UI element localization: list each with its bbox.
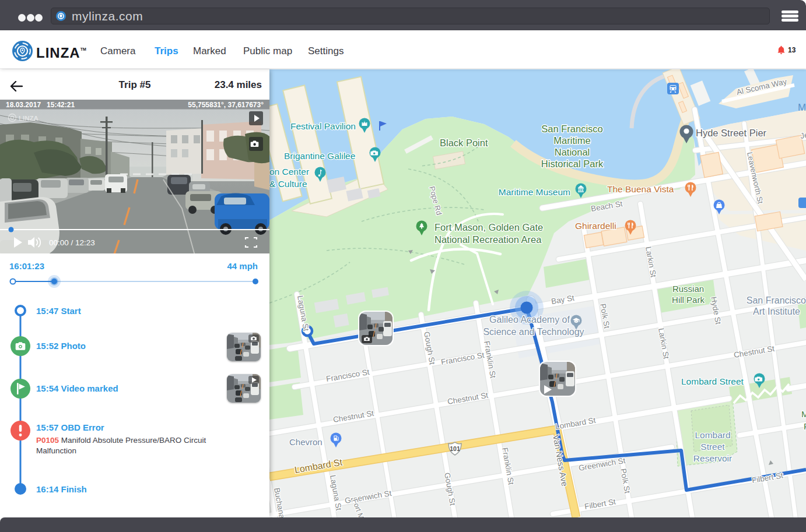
svg-text:Historical Park: Historical Park	[541, 158, 604, 169]
svg-text:Maritime: Maritime	[553, 135, 590, 146]
svg-text:Black Point: Black Point	[440, 138, 488, 148]
svg-text:Mic: Mic	[801, 409, 806, 419]
svg-text:Chevron: Chevron	[289, 437, 323, 447]
svg-text:& Culture: & Culture	[269, 179, 307, 189]
svg-text:101: 101	[450, 445, 460, 452]
svg-text:Maritime Museum: Maritime Museum	[499, 187, 570, 197]
svg-text:55,755831°, 37,617673°: 55,755831°, 37,617673°	[188, 101, 264, 109]
svg-text:Festival Pavilion: Festival Pavilion	[290, 121, 356, 131]
svg-text:M: M	[798, 102, 806, 113]
svg-text:Galileo Academy of: Galileo Academy of	[489, 315, 570, 325]
svg-text:Russian: Russian	[672, 284, 704, 294]
svg-text:Fort Mason, Golden Gate: Fort Mason, Golden Gate	[434, 222, 543, 232]
svg-text:Lombard Street: Lombard Street	[681, 376, 744, 386]
svg-text:The Buena Vista: The Buena Vista	[607, 184, 674, 194]
svg-text:San Francisco: San Francisco	[747, 295, 806, 305]
svg-text:Pl: Pl	[804, 421, 806, 431]
svg-text:Reservoir: Reservoir	[693, 453, 732, 463]
svg-text:San Francisco: San Francisco	[541, 124, 602, 134]
svg-text:00:00 / 12:23: 00:00 / 12:23	[49, 238, 95, 247]
svg-text:National Recreation Area: National Recreation Area	[434, 234, 542, 245]
svg-text:Hill Park: Hill Park	[672, 295, 705, 305]
svg-text:Art Institute: Art Institute	[753, 306, 800, 316]
svg-text:Je: Je	[800, 131, 806, 140]
svg-text:on Center: on Center	[269, 167, 309, 177]
svg-text:Hyde Street Pier: Hyde Street Pier	[696, 128, 767, 138]
svg-text:Brigantine Galilee: Brigantine Galilee	[284, 151, 355, 161]
svg-text:Ghirardelli: Ghirardelli	[575, 221, 616, 231]
svg-text:Street: Street	[700, 442, 725, 452]
svg-text:National: National	[555, 147, 590, 157]
svg-text:Science and Technology: Science and Technology	[483, 327, 584, 337]
svg-text:LINZA: LINZA	[19, 115, 38, 122]
svg-text:Lombard: Lombard	[695, 430, 730, 440]
svg-text:18.03.2017 15:42:21: 18.03.2017 15:42:21	[6, 101, 75, 109]
